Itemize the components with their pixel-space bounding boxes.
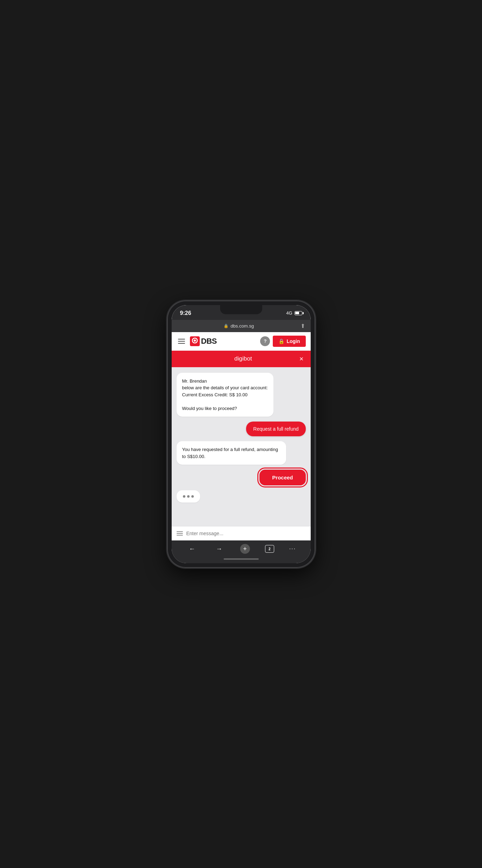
login-button[interactable]: 🔒 Login [273, 336, 305, 347]
battery-icon [295, 311, 302, 315]
close-button[interactable]: × [299, 355, 304, 363]
phone-frame: 9:26 4G 🔒 dbs.com.sg ⬆ [167, 301, 315, 567]
phone-screen: 9:26 4G 🔒 dbs.com.sg ⬆ [172, 305, 311, 563]
share-icon[interactable]: ⬆ [301, 323, 305, 329]
proceed-wrapper: Proceed [259, 470, 305, 485]
proceed-highlight-border [257, 467, 308, 487]
browser-url: dbs.com.sg [231, 323, 254, 329]
network-indicator: 4G [286, 310, 292, 316]
digibot-title: digibot [187, 355, 299, 362]
hamburger-menu[interactable] [177, 337, 186, 345]
dbs-brand-text: DBS [201, 337, 217, 346]
browser-url-area[interactable]: 🔒 dbs.com.sg [177, 323, 301, 329]
status-right: 4G [286, 310, 302, 316]
dot-2 [187, 495, 190, 498]
bot-message-1-text: Mr. Brendanbelow are the details of your… [182, 378, 268, 412]
home-bar [224, 558, 259, 560]
browser-bottom-bar: ← → + 2 ··· [172, 540, 311, 556]
more-options-button[interactable]: ··· [289, 546, 296, 552]
tab-count-button[interactable]: 2 [265, 545, 274, 553]
dbs-logo: DBS [190, 336, 260, 346]
bot-message-2-text: You have requested for a full refund, am… [182, 446, 281, 460]
chat-area: Mr. Brendanbelow are the details of your… [172, 367, 311, 526]
message-input[interactable] [186, 531, 306, 536]
dbs-header: DBS ? 🔒 Login [172, 332, 311, 351]
lock-small-icon: 🔒 [278, 338, 284, 344]
browser-bar: 🔒 dbs.com.sg ⬆ [172, 320, 311, 332]
user-message-1-text: Request a full refund [253, 426, 298, 432]
back-button[interactable]: ← [186, 544, 198, 554]
user-message-1: Request a full refund [246, 422, 305, 436]
dot-1 [183, 495, 185, 498]
lock-icon: 🔒 [224, 324, 229, 328]
typing-indicator [177, 490, 200, 503]
login-label: Login [286, 338, 300, 344]
bot-message-2: You have requested for a full refund, am… [177, 441, 286, 465]
input-area [172, 526, 311, 540]
notch [220, 305, 262, 314]
digibot-header: digibot × [172, 351, 311, 367]
help-button[interactable]: ? [260, 336, 270, 346]
dot-3 [191, 495, 194, 498]
dbs-logo-icon [190, 336, 200, 346]
bot-message-1: Mr. Brendanbelow are the details of your… [177, 373, 273, 417]
home-indicator [172, 556, 311, 563]
status-time: 9:26 [180, 310, 191, 316]
new-tab-button[interactable]: + [240, 544, 250, 554]
input-menu-icon[interactable] [177, 531, 183, 536]
forward-button[interactable]: → [213, 544, 225, 554]
